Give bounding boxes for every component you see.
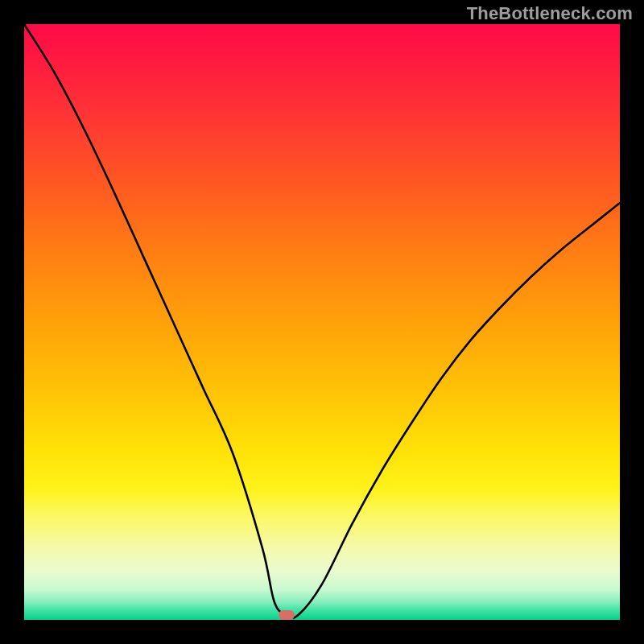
optimum-marker (279, 610, 295, 620)
bottleneck-curve (24, 24, 620, 620)
plot-area (24, 24, 620, 620)
watermark-text: TheBottleneck.com (467, 3, 633, 24)
chart-frame: TheBottleneck.com (0, 0, 644, 644)
